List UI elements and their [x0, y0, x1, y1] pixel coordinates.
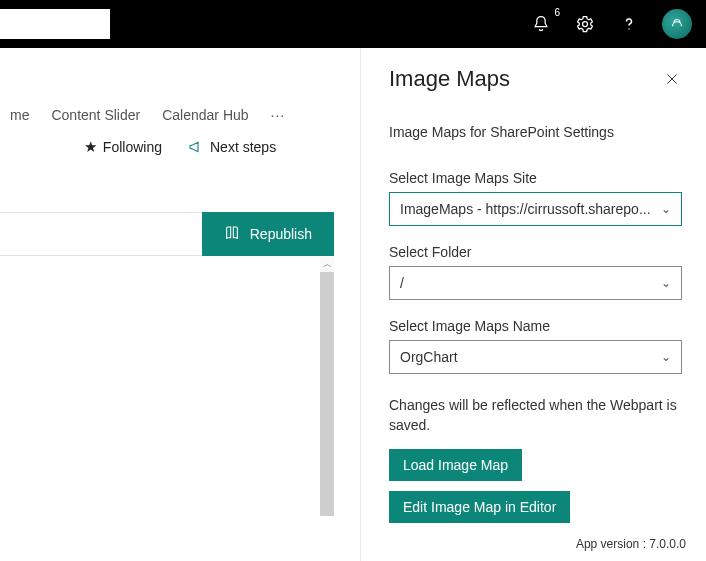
- panel-header: Image Maps: [389, 66, 682, 92]
- scrollbar[interactable]: ︿: [320, 256, 334, 516]
- notification-badge: 6: [554, 7, 560, 18]
- header-actions: 6: [530, 9, 706, 39]
- republish-button[interactable]: Republish: [202, 212, 334, 256]
- close-icon[interactable]: [662, 69, 682, 89]
- folder-dropdown[interactable]: / ⌄: [389, 266, 682, 300]
- megaphone-icon: [188, 139, 204, 155]
- svg-point-0: [583, 22, 588, 27]
- folder-label: Select Folder: [389, 244, 682, 260]
- nav-overflow[interactable]: ···: [271, 107, 286, 123]
- suite-header: 6: [0, 0, 706, 48]
- save-note: Changes will be reflected when the Webpa…: [389, 396, 682, 435]
- site-value: ImageMaps - https://cirrussoft.sharepo..…: [400, 201, 651, 217]
- settings-panel: Image Maps Image Maps for SharePoint Set…: [360, 48, 706, 561]
- scroll-thumb[interactable]: [320, 272, 334, 516]
- chevron-down-icon: ⌄: [661, 350, 671, 364]
- name-value: OrgChart: [400, 349, 458, 365]
- help-icon[interactable]: [618, 13, 640, 35]
- command-bar: Republish: [0, 212, 334, 256]
- republish-label: Republish: [250, 226, 312, 242]
- folder-value: /: [400, 275, 404, 291]
- next-steps-label: Next steps: [210, 139, 276, 155]
- nav-tab-calendar-hub[interactable]: Calendar Hub: [162, 107, 248, 123]
- site-dropdown[interactable]: ImageMaps - https://cirrussoft.sharepo..…: [389, 192, 682, 226]
- load-image-map-button[interactable]: Load Image Map: [389, 449, 522, 481]
- following-label: Following: [103, 139, 162, 155]
- panel-subtitle: Image Maps for SharePoint Settings: [389, 124, 682, 140]
- chevron-down-icon: ⌄: [661, 202, 671, 216]
- chevron-down-icon: ⌄: [661, 276, 671, 290]
- site-nav: me Content Slider Calendar Hub ···: [0, 95, 360, 135]
- star-icon: ★: [84, 138, 97, 156]
- following-button[interactable]: ★ Following: [84, 138, 162, 156]
- panel-title: Image Maps: [389, 66, 510, 92]
- page-actions: ★ Following Next steps: [0, 138, 360, 156]
- name-label: Select Image Maps Name: [389, 318, 682, 334]
- notifications-icon[interactable]: 6: [530, 13, 552, 35]
- nav-tab-me[interactable]: me: [10, 107, 29, 123]
- search-input[interactable]: [0, 9, 110, 39]
- gear-icon[interactable]: [574, 13, 596, 35]
- svg-point-1: [628, 28, 629, 29]
- scroll-up-icon[interactable]: ︿: [320, 256, 334, 272]
- name-dropdown[interactable]: OrgChart ⌄: [389, 340, 682, 374]
- nav-tab-content-slider[interactable]: Content Slider: [51, 107, 140, 123]
- next-steps-button[interactable]: Next steps: [188, 139, 276, 155]
- edit-image-map-button[interactable]: Edit Image Map in Editor: [389, 491, 570, 523]
- avatar[interactable]: [662, 9, 692, 39]
- app-version: App version : 7.0.0.0: [576, 537, 686, 551]
- book-icon: [224, 225, 240, 244]
- site-label: Select Image Maps Site: [389, 170, 682, 186]
